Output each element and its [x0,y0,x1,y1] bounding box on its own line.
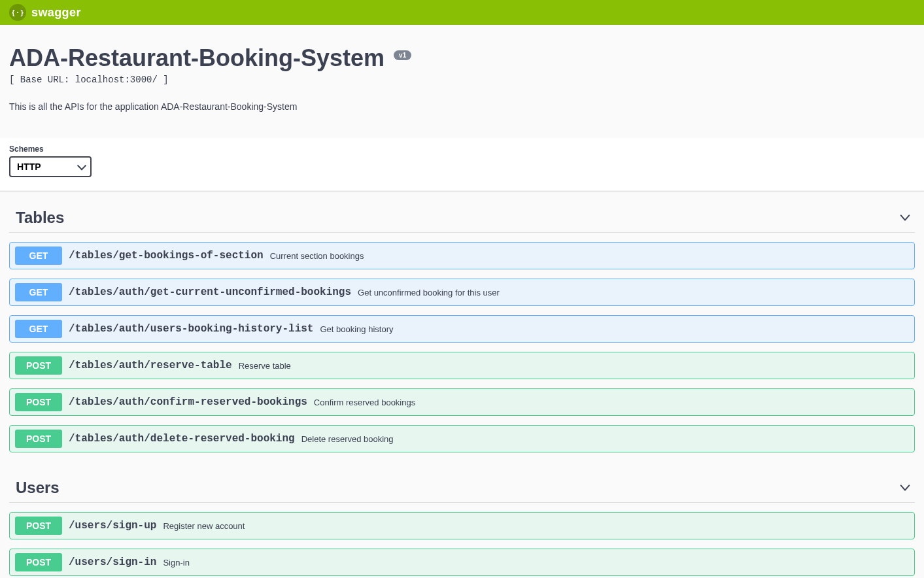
operation-path: /tables/auth/get-current-unconfirmed-boo… [69,286,351,298]
chevron-down-icon [899,212,911,224]
operation-summary: Delete reserved booking [301,434,394,444]
api-description: This is all the APIs for the application… [9,101,915,112]
operation-post[interactable]: POST/tables/auth/reserve-tableReserve ta… [9,352,915,379]
api-title-text: ADA-Restaurant-Booking-System [9,44,385,71]
method-badge-post: POST [15,517,62,535]
operation-summary: Confirm reserved bookings [314,398,415,407]
operation-path: /tables/auth/users-booking-history-list [69,323,313,335]
tag-section-users: UsersPOST/users/sign-upRegister new acco… [0,462,924,576]
operation-path: /users/sign-up [69,520,156,532]
operation-post[interactable]: POST/users/sign-inSign-in [9,549,915,576]
operation-path: /tables/get-bookings-of-section [69,250,264,262]
method-badge-post: POST [15,393,62,411]
schemes-select-wrap: HTTP [9,156,92,177]
operation-list: POST/users/sign-upRegister new accountPO… [9,503,915,576]
base-url: [ Base URL: localhost:3000/ ] [9,75,915,85]
operation-summary: Get unconfirmed booking for this user [358,288,500,298]
operation-summary: Sign-in [163,558,189,568]
schemes-select[interactable]: HTTP [9,156,92,177]
swagger-logo[interactable]: { · } swagger [9,4,81,21]
swagger-logo-icon: { · } [9,4,26,21]
operation-path: /tables/auth/delete-reserved-booking [69,433,295,445]
operation-get[interactable]: GET/tables/auth/users-booking-history-li… [9,315,915,343]
tag-name: Users [16,479,60,497]
method-badge-get: GET [15,283,62,301]
operation-path: /users/sign-in [69,556,156,568]
operation-get[interactable]: GET/tables/get-bookings-of-sectionCurren… [9,242,915,269]
operation-post[interactable]: POST/users/sign-upRegister new account [9,512,915,539]
version-badge: v1 [394,50,411,60]
info-section: ADA-Restaurant-Booking-System v1 [ Base … [0,25,924,138]
tag-header-users[interactable]: Users [9,468,915,503]
operation-summary: Get booking history [320,324,393,334]
operation-summary: Register new account [163,521,245,531]
operation-post[interactable]: POST/tables/auth/confirm-reserved-bookin… [9,388,915,416]
operation-path: /tables/auth/reserve-table [69,360,232,371]
operation-get[interactable]: GET/tables/auth/get-current-unconfirmed-… [9,279,915,306]
method-badge-get: GET [15,320,62,338]
operation-list: GET/tables/get-bookings-of-sectionCurren… [9,233,915,452]
api-title: ADA-Restaurant-Booking-System v1 [9,44,411,72]
operation-path: /tables/auth/confirm-reserved-bookings [69,396,307,408]
method-badge-post: POST [15,356,62,375]
tag-name: Tables [16,209,64,227]
schemes-section: Schemes HTTP [0,138,924,190]
method-badge-post: POST [15,553,62,571]
operation-post[interactable]: POST/tables/auth/delete-reserved-booking… [9,425,915,452]
operation-summary: Reserve table [239,361,291,371]
method-badge-get: GET [15,246,62,265]
schemes-label: Schemes [9,144,915,154]
tag-section-tables: TablesGET/tables/get-bookings-of-section… [0,192,924,452]
operation-summary: Current section bookings [270,251,364,261]
swagger-logo-text: swagger [31,6,81,20]
tag-header-tables[interactable]: Tables [9,198,915,233]
topbar: { · } swagger [0,0,924,25]
method-badge-post: POST [15,430,62,448]
chevron-down-icon [899,482,911,494]
